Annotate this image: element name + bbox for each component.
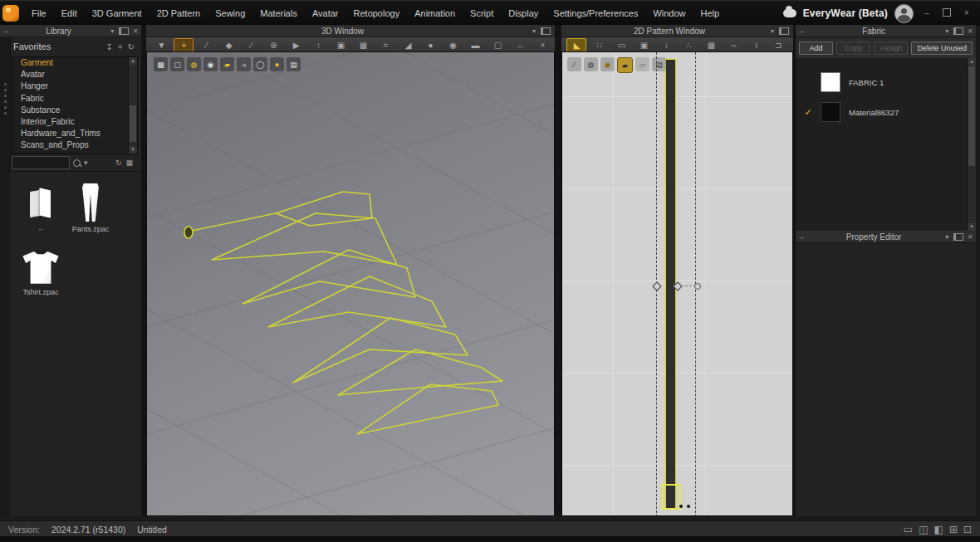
- measure-tool-icon[interactable]: ↔: [510, 38, 530, 52]
- arrangement-tool-icon[interactable]: ⊕: [263, 38, 283, 52]
- menu-settings-preferences[interactable]: Settings/Preferences: [546, 1, 645, 26]
- cut-tool-icon[interactable]: ×: [532, 38, 552, 52]
- menu-animation[interactable]: Animation: [407, 1, 463, 26]
- scroll-down-icon[interactable]: ▼: [968, 223, 976, 231]
- scroll-down-icon[interactable]: ▼: [129, 146, 137, 154]
- menu-materials[interactable]: Materials: [252, 1, 305, 26]
- library-dropdown-icon[interactable]: ▾: [105, 27, 119, 35]
- stamp-toggle-icon[interactable]: ▤: [287, 57, 301, 71]
- add-fabric-button[interactable]: Add: [799, 42, 833, 55]
- assign-fabric-button[interactable]: Assign: [874, 42, 908, 55]
- show-avatar-mesh-toggle-icon[interactable]: ◉: [203, 57, 218, 71]
- favorite-item-garment[interactable]: Garment: [12, 57, 137, 69]
- favorite-item-substance[interactable]: Substance: [12, 105, 137, 116]
- sphere-tool-icon[interactable]: ●: [420, 38, 440, 52]
- rounded-rectangle-tool-icon[interactable]: ▣: [634, 38, 654, 52]
- grid-tool-icon[interactable]: ▦: [353, 38, 373, 52]
- splitter-3d-2d[interactable]: [555, 25, 561, 516]
- stamp-2d-toggle-icon[interactable]: ▤: [652, 57, 666, 71]
- edit-point-tool-icon[interactable]: ∷: [589, 38, 609, 52]
- restore-button[interactable]: [940, 1, 953, 26]
- library-close-icon[interactable]: ×: [133, 27, 138, 36]
- menu-sewing[interactable]: Sewing: [208, 1, 252, 26]
- add-favorite-icon[interactable]: +: [118, 42, 123, 51]
- layout-quad-icon[interactable]: ⊞: [949, 524, 958, 535]
- thumbnail-view-icon[interactable]: ▦: [125, 159, 133, 167]
- seam-tool-icon[interactable]: ⊐: [768, 38, 788, 52]
- pen-tool-icon[interactable]: ∕: [241, 38, 261, 52]
- transform-pattern-tool-icon[interactable]: ◣: [566, 38, 586, 52]
- pattern-piece-selection[interactable]: [661, 484, 681, 510]
- file-item-parent-folder[interactable]: ..: [17, 187, 65, 232]
- show-pattern-fill-toggle-icon[interactable]: ▰: [617, 57, 633, 73]
- flatten-tool-icon[interactable]: ▬: [465, 38, 485, 52]
- fabric-collapse-icon[interactable]: →: [796, 27, 807, 35]
- layout-single-icon[interactable]: ▭: [904, 524, 913, 535]
- menu-help[interactable]: Help: [693, 1, 728, 26]
- file-item-tshirt[interactable]: Tshirt.zpac: [17, 251, 65, 296]
- 3d-window-popout-icon[interactable]: [541, 27, 551, 35]
- 3d-pattern-outlines[interactable]: [147, 52, 555, 516]
- favorite-item-hanger[interactable]: Hanger: [12, 81, 137, 92]
- 2d-window-popout-icon[interactable]: [779, 27, 789, 35]
- grid-2d-tool-icon[interactable]: ▦: [701, 38, 721, 52]
- favorite-item-scans-and-props[interactable]: Scans_and_Props: [12, 139, 137, 151]
- property-editor-collapse-icon[interactable]: →: [796, 232, 807, 241]
- show-pin-toggle-icon[interactable]: ●: [270, 57, 284, 71]
- fabric-dropdown-icon[interactable]: ▾: [940, 27, 953, 35]
- show-info-toggle-icon[interactable]: ◉: [600, 57, 615, 71]
- shoe-tool-icon[interactable]: ◢: [398, 38, 418, 52]
- curve-tool-icon[interactable]: ∼: [723, 38, 743, 52]
- minimize-button[interactable]: –: [920, 1, 933, 26]
- raise-avatar-tool-icon[interactable]: ↑: [308, 38, 328, 52]
- move-tool-icon[interactable]: +: [174, 38, 194, 52]
- rectangle-tool-icon[interactable]: ▭: [611, 38, 631, 52]
- notch-dot[interactable]: [679, 505, 683, 508]
- menu-3d-garment[interactable]: 3D Garment: [85, 1, 149, 26]
- box-tool-icon[interactable]: ▢: [488, 38, 507, 52]
- file-item-pants[interactable]: Pants.zpac: [66, 183, 115, 233]
- show-gizmo-tool-icon[interactable]: ▼: [151, 38, 171, 52]
- guide-handle-left[interactable]: [652, 281, 661, 291]
- show-pattern-gear-toggle-icon[interactable]: ◍: [187, 57, 201, 71]
- fabric-item-material86327[interactable]: ✓ Material86327: [796, 98, 966, 126]
- menu-script[interactable]: Script: [463, 1, 501, 26]
- show-seam-toggle-icon[interactable]: ∕: [567, 57, 581, 71]
- favorite-item-interior-fabric[interactable]: Interior_Fabric: [12, 116, 137, 128]
- select-garment-tool-icon[interactable]: ◆: [218, 38, 238, 52]
- menu-2d-pattern[interactable]: 2D Pattern: [149, 1, 208, 26]
- show-garment-toggle-icon[interactable]: ▢: [170, 57, 184, 71]
- favorite-item-hardware-and-trims[interactable]: Hardware_and_Trims: [12, 128, 137, 139]
- show-mannequin-toggle-icon[interactable]: ◯: [253, 57, 267, 71]
- menu-edit[interactable]: Edit: [54, 1, 85, 26]
- copy-fabric-button[interactable]: Copy: [836, 42, 870, 55]
- download-icon[interactable]: ↧: [105, 42, 112, 51]
- show-fabric-toggle-icon[interactable]: ▰: [220, 57, 234, 71]
- library-search-input[interactable]: [12, 156, 70, 169]
- select-cursor-tool-icon[interactable]: ▶: [286, 38, 306, 52]
- 3d-viewport[interactable]: ▩ ▢ ◍ ◉ ▰ ◃ ◯ ● ▤: [146, 51, 555, 516]
- user-avatar[interactable]: [894, 4, 914, 23]
- show-baseline-toggle-icon[interactable]: ▱: [635, 57, 649, 71]
- layout-reset-icon[interactable]: ⊡: [963, 524, 972, 535]
- show-arrow-toggle-icon[interactable]: ◃: [237, 57, 251, 71]
- library-collapse-icon[interactable]: →: [0, 27, 12, 35]
- fabric-close-icon[interactable]: ×: [968, 27, 973, 36]
- guide-handle-right[interactable]: [694, 283, 701, 290]
- notch-dot[interactable]: [687, 505, 690, 508]
- fabric-scrollbar[interactable]: ▲ ▼: [967, 58, 976, 231]
- 2d-viewport[interactable]: ∕ ◍ ◉ ▰ ▱ ▤: [561, 51, 793, 516]
- favorite-item-avatar[interactable]: Avatar: [12, 69, 137, 81]
- fabric-swatch-black[interactable]: [821, 102, 840, 122]
- sewing-machine-tool-icon[interactable]: ▣: [331, 38, 350, 52]
- edit-pattern-tool-icon[interactable]: ∕: [196, 38, 216, 52]
- layout-two-pane-icon[interactable]: ◫: [919, 524, 928, 535]
- show-pin-2d-toggle-icon[interactable]: ◍: [584, 57, 598, 71]
- show-avatar-toggle-icon[interactable]: ▩: [154, 57, 168, 71]
- fabric-swatch-white[interactable]: [821, 72, 840, 92]
- dart-tool-icon[interactable]: ∴: [679, 38, 698, 52]
- steam-tool-icon[interactable]: ≈: [375, 38, 395, 52]
- 2d-window-dropdown-icon[interactable]: ▾: [766, 27, 779, 35]
- trace-tool-icon[interactable]: ≀: [746, 38, 766, 52]
- mannequin-tool-icon[interactable]: ◉: [443, 38, 463, 52]
